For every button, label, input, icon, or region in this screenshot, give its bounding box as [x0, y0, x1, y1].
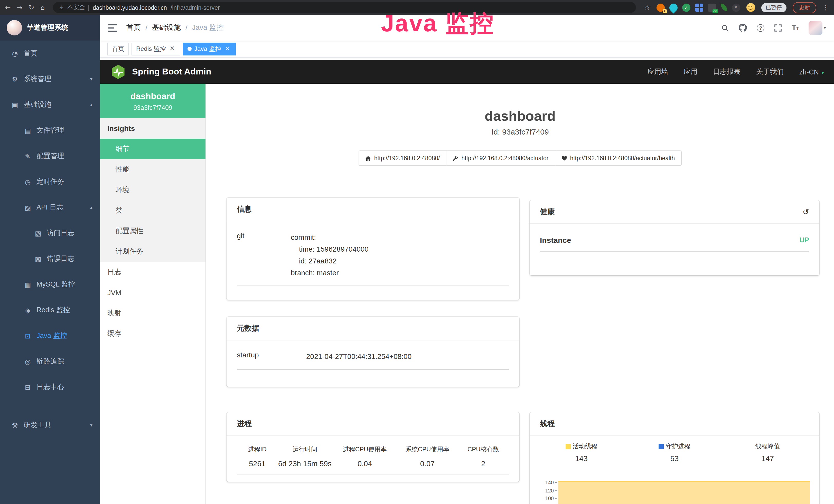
sidebar-item-config[interactable]: ✎ 配置管理 — [0, 143, 100, 169]
menu-item-environment[interactable]: 环境 — [100, 180, 205, 200]
screen: ← → ↻ ⌂ ⚠ 不安全 dashboard.yudao.iocoder.cn… — [0, 0, 834, 504]
edit-icon: ✎ — [24, 152, 32, 160]
close-icon[interactable]: × — [224, 45, 231, 52]
bookmark-star-icon[interactable]: ☆ — [644, 4, 650, 11]
back-icon[interactable]: ← — [5, 4, 11, 11]
cards-column-right: 健康 ↺ Instance UP — [530, 198, 819, 504]
sidebar-item-error-log[interactable]: ▩ 错误日志 — [0, 246, 100, 272]
redis-icon: ◈ — [24, 306, 32, 314]
menu-item-jvm[interactable]: JVM — [100, 282, 205, 303]
github-icon[interactable] — [739, 24, 747, 32]
legend-peak-threads: 线程峰值 147 — [721, 442, 814, 463]
browser-toolbar: ← → ↻ ⌂ ⚠ 不安全 dashboard.yudao.iocoder.cn… — [0, 0, 834, 15]
sidebar-item-infra[interactable]: ▣ 基础设施 ▴ — [0, 92, 100, 118]
instance-header[interactable]: dashboard 93a3fc7f7409 — [100, 84, 205, 118]
clock-icon: ◷ — [24, 178, 32, 186]
sidebar-item-api-log[interactable]: ▨ API 日志 ▴ — [0, 194, 100, 220]
menu-item-loggers[interactable]: 日志 — [100, 262, 205, 282]
metadata-card-header: 元数据 — [226, 317, 519, 340]
threads-legend: 活动线程 143 守护进程 — [530, 436, 819, 465]
fullscreen-icon[interactable] — [774, 24, 782, 31]
check-extension-icon[interactable]: ✓ — [682, 3, 690, 12]
profile-avatar-icon[interactable] — [746, 3, 755, 12]
extension-icon[interactable]: 1 — [656, 3, 664, 12]
sidebar-item-java-monitor[interactable]: ⊡ Java 监控 — [0, 323, 100, 349]
menu-item-caches[interactable]: 缓存 — [100, 323, 205, 344]
sidebar-item-access-log[interactable]: ▧ 访问日志 — [0, 220, 100, 246]
sidebar-item-files[interactable]: ▤ 文件管理 — [0, 118, 100, 143]
search-icon[interactable] — [722, 24, 729, 31]
history-icon[interactable]: ↺ — [803, 207, 809, 216]
cards-grid: 信息 git commit: time: 1596289704000 id: 2 — [206, 198, 834, 504]
chevron-up-icon: ▴ — [90, 205, 92, 210]
on-badge: on — [713, 9, 718, 13]
git-value: commit: time: 1596289704000 id: 27aa832 … — [291, 232, 369, 279]
help-icon[interactable]: ? — [757, 24, 765, 31]
menu-item-beans[interactable]: 类 — [100, 200, 205, 221]
breadcrumb-infra[interactable]: 基础设施 — [152, 23, 181, 32]
menu-item-mappings[interactable]: 映射 — [100, 303, 205, 323]
chrome-update-button[interactable]: 更新 — [793, 2, 816, 13]
nav-about[interactable]: 关于我们 — [756, 67, 784, 76]
pid-value: 5261 — [237, 460, 278, 468]
menu-item-details[interactable]: 细节 — [100, 139, 205, 159]
actuator-url-button[interactable]: http://192.168.0.2:48080/actuator — [446, 151, 555, 166]
instance-sidebar: dashboard 93a3fc7f7409 Insights 细节 性能 环境… — [100, 84, 206, 504]
extensions-bar: 1 ✓ on ✳ — [656, 3, 740, 12]
tag-home[interactable]: 首页 — [107, 42, 129, 55]
monitor-icon: ▣ — [11, 101, 19, 109]
cpu-cores-value: 2 — [458, 460, 509, 468]
health-instance-row[interactable]: Instance UP — [540, 228, 809, 252]
sidebar-item-log-center[interactable]: ⊟ 日志中心 — [0, 374, 100, 400]
breadcrumb-current: Java 监控 — [192, 23, 224, 32]
sidebar-item-mysql[interactable]: ▦ MySQL 监控 — [0, 272, 100, 297]
sync-paused-badge[interactable]: 已暂停 — [761, 3, 787, 12]
nav-wallboard[interactable]: 应用墙 — [647, 67, 668, 76]
grid-extension-icon[interactable] — [695, 3, 703, 12]
font-size-icon[interactable]: TT — [792, 24, 799, 32]
threads-chart: 140 120 100 — [537, 467, 810, 504]
service-url-button[interactable]: http://192.168.0.2:48080/ — [359, 151, 447, 166]
url-host: dashboard.yudao.iocoder.cn — [93, 4, 167, 10]
forward-icon[interactable]: → — [17, 4, 23, 11]
threads-card-header: 线程 — [530, 412, 819, 436]
nav-journal[interactable]: 日志报表 — [713, 67, 741, 76]
extension-badge: 1 — [662, 9, 666, 13]
tag-redis[interactable]: Redis 监控 × — [132, 42, 180, 55]
health-card-header: 健康 ↺ — [530, 200, 819, 224]
nav-language[interactable]: zh-CN▾ — [799, 68, 824, 76]
menu-item-metrics[interactable]: 性能 — [100, 159, 205, 180]
nav-applications[interactable]: 应用 — [683, 67, 697, 76]
instance-links: http://192.168.0.2:48080/ http://192.168… — [206, 151, 834, 166]
leaf-extension-icon[interactable] — [721, 4, 727, 11]
sidebar-item-cron[interactable]: ◷ 定时任务 — [0, 169, 100, 194]
hamburger-icon[interactable] — [108, 24, 117, 31]
chevron-up-icon: ▴ — [90, 102, 92, 107]
dashboard-icon: ◔ — [11, 49, 19, 57]
menu-item-scheduled-tasks[interactable]: 计划任务 — [100, 241, 205, 262]
breadcrumb-home[interactable]: 首页 — [126, 23, 141, 32]
log-center-icon: ⊟ — [24, 383, 32, 391]
sidebar-item-system[interactable]: ⚙ 系统管理 ▾ — [0, 66, 100, 92]
spider-extension-icon[interactable]: ✳ — [732, 3, 740, 12]
reload-icon[interactable]: ↻ — [29, 4, 35, 11]
sidebar-item-dev-tools[interactable]: ⚒ 研发工具 ▾ — [0, 412, 100, 438]
url-path: /infra/admin-server — [171, 4, 220, 10]
home-icon[interactable]: ⌂ — [40, 4, 45, 11]
tag-java-active[interactable]: Java 监控 × — [183, 42, 236, 55]
insecure-warning-icon: ⚠ — [59, 5, 64, 10]
access-log-icon: ▧ — [34, 229, 42, 237]
menu-item-config-props[interactable]: 配置属性 — [100, 221, 205, 241]
sidebar-item-redis[interactable]: ◈ Redis 监控 — [0, 297, 100, 323]
browser-menu-icon[interactable]: ⋮ — [822, 4, 829, 11]
sidebar-item-home[interactable]: ◔ 首页 — [0, 41, 100, 66]
threads-card: 线程 活动线程 143 — [530, 412, 819, 504]
address-bar[interactable]: ⚠ 不安全 dashboard.yudao.iocoder.cn /infra/… — [53, 2, 636, 13]
user-avatar[interactable] — [809, 21, 823, 35]
avatar-caret-icon: ▾ — [824, 25, 826, 30]
proxy-extension-icon[interactable]: on — [708, 3, 716, 12]
close-icon[interactable]: × — [169, 45, 176, 52]
health-url-button[interactable]: http://192.168.0.2:48080/actuator/health — [554, 151, 681, 166]
sidebar-item-trace[interactable]: ◎ 链路追踪 — [0, 349, 100, 374]
pin-extension-icon[interactable] — [667, 2, 679, 13]
